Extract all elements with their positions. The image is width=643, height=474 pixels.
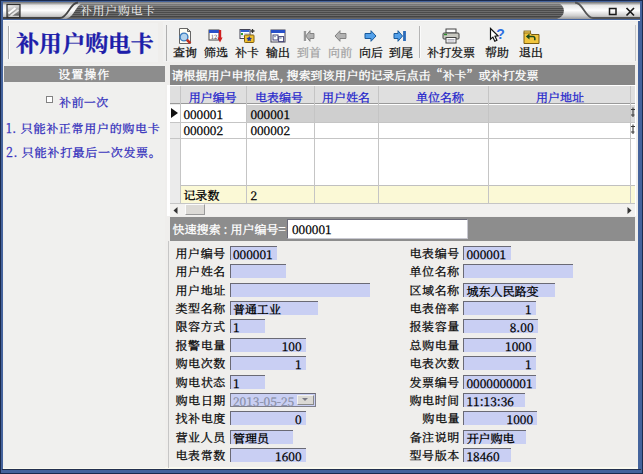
svg-text:12: 12 <box>211 32 218 41</box>
svg-text:补用户购电卡: 补用户购电卡 <box>80 1 156 18</box>
svg-text:?: ? <box>496 27 505 42</box>
